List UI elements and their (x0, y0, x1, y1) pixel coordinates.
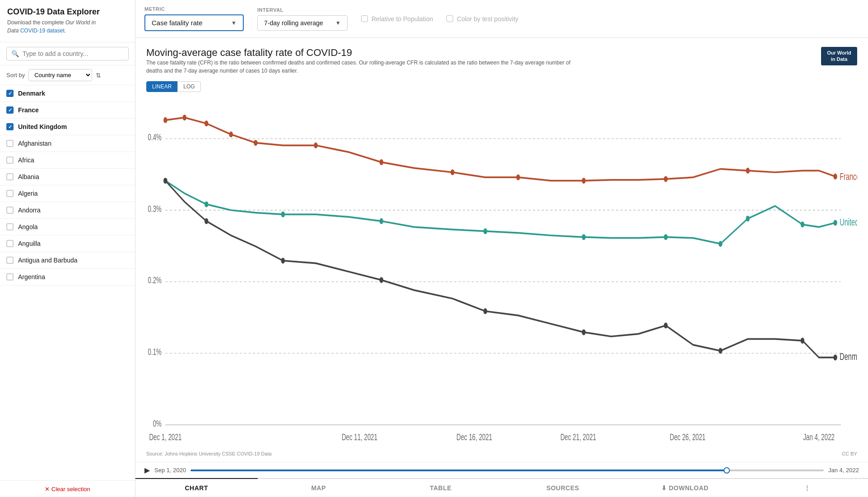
country-item-algeria[interactable]: Algeria (0, 185, 135, 202)
country-item-andorra[interactable]: Andorra (0, 202, 135, 219)
country-checkbox-france[interactable] (6, 106, 14, 114)
x-label-dec16: Dec 16, 2021 (456, 432, 492, 442)
dk-dot-9 (801, 338, 804, 344)
france-dot-13 (833, 174, 837, 179)
dk-dot-5 (483, 308, 487, 314)
country-checkbox-antigua[interactable] (6, 257, 14, 264)
tab-chart[interactable]: CHART (135, 478, 258, 497)
source-row: Source: Johns Hopkins University CSSE CO… (146, 450, 857, 457)
country-item-uk[interactable]: United Kingdom (0, 119, 135, 135)
toggle-log-button[interactable]: LOG (177, 81, 200, 92)
country-name-antigua: Antigua and Barbuda (18, 257, 78, 264)
y-label-01: 0.1% (148, 346, 162, 357)
interval-control: INTERVAL 7-day rolling average ▼ (257, 7, 348, 31)
metric-chevron-icon: ▼ (231, 20, 237, 26)
tab-share[interactable]: ⋮ (746, 478, 868, 497)
clear-selection-button[interactable]: ✕ Clear selection (45, 486, 90, 492)
dk-dot-6 (582, 329, 585, 335)
timeline-end-label: Jan 4, 2022 (828, 467, 859, 474)
uk-dot-10 (801, 221, 804, 227)
uk-dot-6 (582, 234, 585, 240)
country-checkbox-anguilla[interactable] (6, 240, 14, 247)
country-item-denmark[interactable]: Denmark (0, 85, 135, 102)
relative-population-group: Relative to Population (361, 12, 433, 26)
chart-title-row: Moving-average case fatality rate of COV… (146, 47, 857, 79)
subtitle-text: Download the complete (7, 19, 65, 26)
country-list: Denmark France United Kingdom Afghanista… (0, 85, 135, 480)
country-item-argentina[interactable]: Argentina (0, 269, 135, 285)
main-content: METRIC Case fatality rate ▼ INTERVAL 7-d… (135, 0, 868, 497)
timeline-slider[interactable] (190, 469, 824, 471)
tab-map[interactable]: MAP (258, 478, 380, 497)
sidebar-footer: ✕ Clear selection (0, 480, 135, 497)
country-name-denmark: Denmark (18, 90, 45, 97)
chart-toggle: LINEAR LOG (146, 81, 857, 92)
country-checkbox-afghanistan[interactable] (6, 140, 14, 147)
interval-chevron-icon: ▼ (335, 20, 341, 26)
sort-select[interactable]: Country name Confirmed cases Confirmed d… (28, 69, 92, 81)
y-label-04: 0.4% (148, 132, 162, 143)
color-positivity-group: Color by test positivity (446, 12, 518, 26)
play-button[interactable]: ▶ (144, 466, 150, 474)
uk-dot-5 (483, 228, 487, 234)
country-checkbox-albania[interactable] (6, 173, 14, 180)
france-dot-8 (450, 169, 454, 175)
search-box: 🔍 (0, 42, 135, 65)
country-item-africa[interactable]: Africa (0, 152, 135, 169)
dk-dot-1 (163, 178, 167, 184)
france-dot-7 (380, 159, 383, 165)
country-item-albania[interactable]: Albania (0, 169, 135, 185)
search-input[interactable] (23, 50, 124, 57)
chart-svg: .axis-label { font-size: 11px; fill: #66… (146, 97, 857, 450)
covid-dataset-link[interactable]: COVID-19 dataset. (20, 28, 66, 34)
country-checkbox-uk[interactable] (6, 123, 14, 130)
sort-direction-button[interactable]: ⇅ (96, 72, 101, 79)
france-dot-11 (664, 176, 668, 182)
country-item-afghanistan[interactable]: Afghanistan (0, 135, 135, 152)
country-item-angola[interactable]: Angola (0, 219, 135, 235)
tab-table[interactable]: TABLE (380, 478, 502, 497)
toggle-linear-button[interactable]: LINEAR (146, 81, 177, 92)
country-name-afghanistan: Afghanistan (18, 140, 51, 147)
country-item-france[interactable]: France (0, 102, 135, 119)
country-name-uk: United Kingdom (18, 123, 67, 130)
tab-download-icon: ⬇ (661, 484, 669, 492)
country-name-andorra: Andorra (18, 207, 41, 214)
dk-dot-4 (380, 277, 383, 283)
country-checkbox-algeria[interactable] (6, 190, 14, 197)
sort-label: Sort by (6, 72, 25, 78)
metric-select-button[interactable]: Case fatality rate ▼ (144, 14, 244, 31)
uk-dot-9 (746, 216, 749, 221)
uk-dot-7 (664, 234, 668, 240)
country-checkbox-andorra[interactable] (6, 207, 14, 214)
france-label: France (840, 171, 857, 182)
relative-population-checkbox[interactable] (361, 15, 368, 22)
country-checkbox-denmark[interactable] (6, 90, 14, 97)
bottom-tabs: CHART MAP TABLE SOURCES ⬇ DOWNLOAD ⋮ (135, 478, 868, 497)
uk-label: United Kingdom (840, 216, 857, 227)
country-checkbox-angola[interactable] (6, 223, 14, 230)
uk-dot-8 (719, 241, 722, 247)
country-item-anguilla[interactable]: Anguilla (0, 235, 135, 252)
dk-dot-2 (204, 218, 208, 224)
metric-control: METRIC Case fatality rate ▼ (144, 6, 244, 31)
tab-sources[interactable]: SOURCES (502, 478, 624, 497)
metric-value: Case fatality rate (152, 19, 203, 27)
denmark-line (165, 181, 835, 358)
country-checkbox-africa[interactable] (6, 156, 14, 164)
y-label-03: 0.3% (148, 203, 162, 214)
uk-dot-11 (833, 220, 837, 225)
app-title: COVID-19 Data Explorer (7, 7, 128, 17)
chart-area: Moving-average case fatality rate of COV… (135, 38, 868, 462)
x-label-dec21: Dec 21, 2021 (561, 432, 596, 442)
interval-select-button[interactable]: 7-day rolling average ▼ (257, 15, 348, 31)
tab-download[interactable]: ⬇ DOWNLOAD (624, 478, 746, 497)
france-dot-12 (746, 168, 749, 174)
color-positivity-checkbox[interactable] (446, 15, 453, 22)
x-label-jan4: Jan 4, 2022 (803, 432, 835, 442)
country-checkbox-argentina[interactable] (6, 273, 14, 281)
country-item-antigua[interactable]: Antigua and Barbuda (0, 252, 135, 269)
sort-row: Sort by Country name Confirmed cases Con… (0, 65, 135, 85)
app-subtitle: Download the complete Our World inData C… (7, 18, 128, 35)
chart-svg-container: .axis-label { font-size: 11px; fill: #66… (146, 97, 857, 450)
